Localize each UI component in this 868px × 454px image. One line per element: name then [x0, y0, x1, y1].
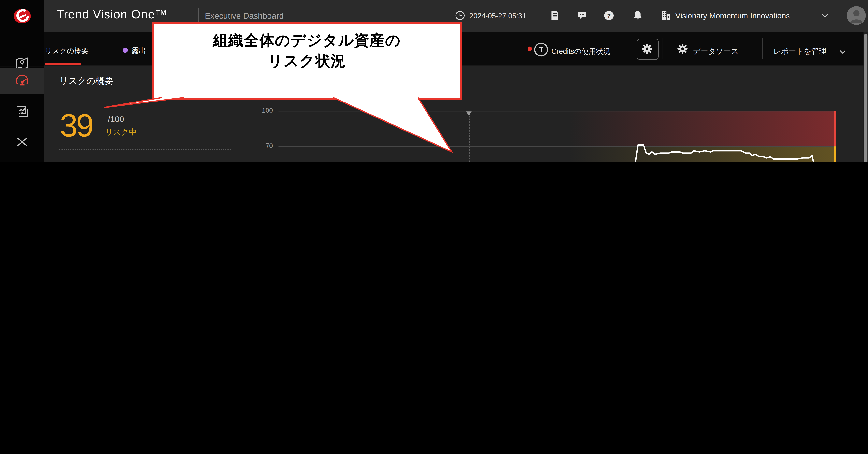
risk-score-level: リスク中: [105, 127, 137, 138]
manage-reports-menu[interactable]: レポートを管理: [773, 47, 826, 80]
svg-text:?: ?: [607, 12, 611, 19]
active-tab-underline: [45, 63, 81, 65]
current-timestamp: 2024-05-27 05:31: [469, 12, 526, 20]
purple-dot-icon: [123, 48, 128, 53]
callout-line2: リスク状況: [154, 51, 460, 72]
business-icon: [660, 10, 672, 21]
scrollbar-thumb[interactable]: [864, 34, 867, 162]
tabbar-separator: [762, 38, 763, 59]
sidebar-item-xdr[interactable]: [15, 135, 29, 149]
risk-trend-chart: 39: [278, 111, 836, 162]
header-separator: [654, 5, 654, 26]
dotted-divider: [59, 149, 231, 150]
brand-title: Trend Vision One™: [56, 7, 167, 22]
tabbar-separator: [663, 38, 663, 59]
release-notes-icon[interactable]: [549, 10, 560, 21]
panel-title: リスクの概要: [59, 76, 113, 87]
credits-usage-link[interactable]: Creditsの使用状況: [551, 47, 610, 80]
data-sources-link[interactable]: データソース: [693, 47, 739, 80]
y-tick-70: 70: [241, 142, 273, 150]
data-sources-gear-icon[interactable]: [677, 42, 689, 55]
credits-coin-icon[interactable]: T: [534, 42, 548, 56]
feedback-icon[interactable]: [576, 10, 588, 21]
risk-score-max: /100: [108, 114, 124, 124]
executive-dashboard: 1 Trend Vision One™ Executive Dashboard …: [0, 0, 868, 162]
help-icon[interactable]: ?: [603, 10, 615, 21]
clock-icon: [455, 10, 466, 21]
annotation-callout: 組織全体のデジタル資産の リスク状況: [152, 22, 462, 100]
chevron-down-icon[interactable]: [821, 13, 829, 18]
header-separator: [540, 5, 540, 26]
sidebar-divider: [0, 66, 44, 67]
tab-exposure[interactable]: 露出: [123, 46, 146, 56]
chevron-down-icon[interactable]: [839, 49, 846, 54]
y-tick-100: 100: [241, 107, 273, 114]
credits-settings-button[interactable]: [637, 39, 659, 60]
avatar[interactable]: [847, 6, 866, 25]
trend-micro-logo-icon[interactable]: [13, 8, 31, 24]
brand-separator: [198, 8, 199, 24]
company-selector[interactable]: Visionary Momentum Innovations: [675, 11, 790, 20]
notifications-bell-icon[interactable]: [632, 9, 643, 21]
callout-line1: 組織全体のデジタル資産の: [154, 30, 460, 51]
risk-score: 39: [60, 107, 92, 144]
sidebar: 1: [0, 0, 44, 162]
tab-risk-overview[interactable]: リスクの概要: [45, 46, 89, 56]
credits-alert-dot-icon: [528, 47, 532, 51]
sidebar-item-reports[interactable]: [15, 104, 29, 119]
page-scrollbar[interactable]: [864, 32, 868, 162]
sidebar-item-risk-dashboard-active[interactable]: [15, 74, 29, 88]
page-title: Executive Dashboard: [205, 11, 284, 21]
